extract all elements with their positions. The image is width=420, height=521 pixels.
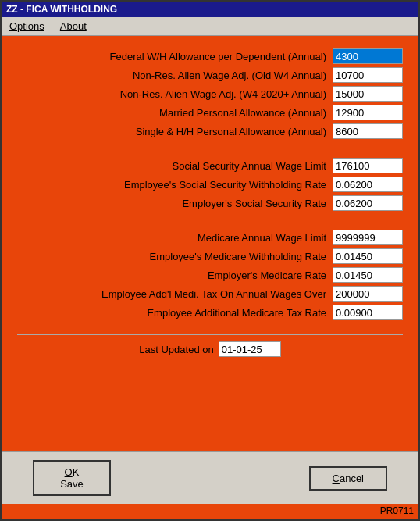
input-federal-wh[interactable] [333,48,403,64]
form-content: Federal W/H Allowance per Dependent (Ann… [2,36,418,451]
form-row: Medicare Annual Wage Limit [17,230,403,245]
form-row: Employee's Medicare Withholding Rate [17,248,403,264]
input-married[interactable] [333,105,403,120]
menu-bar: Options About [2,17,418,36]
label-med-limit: Medicare Annual Wage Limit [198,232,333,244]
ok-label: OK [65,466,80,478]
form-row: Employee Add'l Medi. Tax On Annual Wages… [17,286,403,302]
label-nonres-old: Non-Res. Alien Wage Adj. (Old W4 Annual) [133,70,333,81]
label-nonres-new: Non-Res. Alien Wage Adj. (W4 2020+ Annua… [120,88,333,100]
pr-code: PR0711 [2,504,418,519]
label-federal-wh: Federal W/H Allowance per Dependent (Ann… [110,51,333,62]
input-ee-ss-rate[interactable] [333,177,403,192]
form-row: Federal W/H Allowance per Dependent (Ann… [17,48,403,64]
input-med-limit[interactable] [333,230,403,245]
menu-options[interactable]: Options [5,19,49,34]
label-ee-ss-rate: Employee's Social Security Withholding R… [124,179,333,191]
medicare-section: Medicare Annual Wage Limit Employee's Me… [17,230,403,323]
federal-section: Federal W/H Allowance per Dependent (Ann… [17,48,403,142]
horizontal-rule [17,334,403,335]
input-er-med-rate[interactable] [333,267,403,283]
form-row: Single & H/H Personal Allowance (Annual) [17,123,403,139]
divider-1 [17,150,403,158]
input-ee-med-rate[interactable] [333,248,403,264]
form-row: Employee's Social Security Withholding R… [17,177,403,192]
title-bar: ZZ - FICA WITHHOLDING [2,2,418,17]
label-er-med-rate: Employer's Medicare Rate [208,269,333,281]
input-ee-addl-med[interactable] [333,286,403,302]
main-window: ZZ - FICA WITHHOLDING Options About Fede… [0,0,420,521]
divider-2 [17,222,403,230]
form-row: Employer's Medicare Rate [17,267,403,283]
label-ee-addl-rate: Employee Additional Medicare Tax Rate [147,307,333,319]
cancel-label: Cancel [333,473,364,484]
last-updated-row: Last Updated on [17,341,403,357]
input-nonres-old[interactable] [333,67,403,83]
form-row: Social Security Annual Wage Limit [17,158,403,173]
label-ee-med-rate: Employee's Medicare Withholding Rate [150,251,333,262]
button-bar: OK Save Cancel [2,451,418,504]
label-ee-addl-med: Employee Add'l Medi. Tax On Annual Wages… [101,288,333,300]
input-er-ss-rate[interactable] [333,195,403,211]
label-married: Married Personal Allowance (Annual) [159,107,333,119]
form-row: Non-Res. Alien Wage Adj. (W4 2020+ Annua… [17,86,403,102]
form-row: Employer's Social Security Rate [17,195,403,211]
form-row: Married Personal Allowance (Annual) [17,105,403,120]
label-ss-limit: Social Security Annual Wage Limit [172,160,333,172]
form-row: Non-Res. Alien Wage Adj. (Old W4 Annual) [17,67,403,83]
label-single: Single & H/H Personal Allowance (Annual) [136,126,333,137]
ok-save-button[interactable]: OK Save [33,460,111,496]
input-nonres-new[interactable] [333,86,403,102]
social-security-section: Social Security Annual Wage Limit Employ… [17,158,403,214]
last-updated-label: Last Updated on [139,344,213,355]
last-updated-input[interactable] [219,341,281,357]
input-ee-addl-rate[interactable] [333,305,403,320]
form-row: Employee Additional Medicare Tax Rate [17,305,403,320]
input-single[interactable] [333,123,403,139]
window-title: ZZ - FICA WITHHOLDING [6,4,117,15]
label-er-ss-rate: Employer's Social Security Rate [182,198,333,209]
menu-about[interactable]: About [55,19,91,34]
cancel-button[interactable]: Cancel [309,466,387,491]
input-ss-limit[interactable] [333,158,403,173]
save-label: Save [60,478,84,490]
